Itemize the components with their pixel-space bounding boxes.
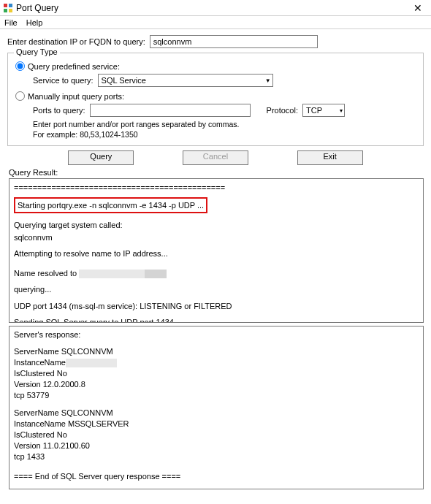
result-line: Querying target system called: — [14, 219, 419, 232]
service-select[interactable]: SQL Service ▼ — [98, 74, 273, 87]
radio-predefined[interactable] — [15, 61, 25, 71]
result-line: querying... — [14, 283, 419, 296]
svg-rect-0 — [4, 4, 7, 7]
svg-rect-3 — [9, 9, 12, 12]
protocol-select[interactable]: TCP ▾ — [302, 104, 345, 117]
service-value: SQL Service — [102, 76, 146, 85]
query-type-legend: Query Type — [14, 47, 60, 56]
window-title: Port Query — [16, 3, 58, 13]
radio-manual[interactable] — [15, 91, 25, 101]
response-line: InstanceName — [14, 357, 419, 368]
chevron-down-icon: ▼ — [262, 77, 271, 84]
service-label: Service to query: — [33, 76, 94, 85]
result-output[interactable]: ========================================… — [9, 178, 424, 323]
result-line: UDP port 1434 (ms-sql-m service): LISTEN… — [14, 300, 419, 313]
menu-help[interactable]: Help — [26, 18, 43, 27]
buttons-row: Query Cancel Exit — [44, 150, 387, 165]
response-line: InstanceName MSSQLSERVER — [14, 419, 419, 429]
redacted-instance — [66, 359, 117, 367]
result-line: Name resolved to — [14, 267, 419, 280]
ports-label: Ports to query: — [33, 106, 85, 115]
response-output[interactable]: Server's response: ServerName SQLCONNVM … — [9, 326, 424, 489]
ports-input[interactable] — [90, 104, 251, 117]
response-line: Version 11.0.2100.60 — [14, 440, 419, 451]
cancel-button: Cancel — [183, 150, 248, 165]
response-line: UDP port 1434 is LISTENING — [14, 489, 419, 489]
destination-row: Enter destination IP or FQDN to query: — [7, 35, 424, 48]
menu-file[interactable]: File — [4, 18, 18, 27]
title-bar: Port Query ✕ — [0, 0, 431, 16]
svg-rect-1 — [9, 4, 12, 7]
response-line: ServerName SQLCONNVM — [14, 346, 419, 357]
protocol-label: Protocol: — [267, 106, 298, 115]
response-line: Version 12.0.2000.8 — [14, 379, 419, 390]
query-button[interactable]: Query — [68, 150, 134, 165]
destination-input[interactable] — [150, 35, 318, 48]
query-type-group: Query Type Query predefined service: Ser… — [7, 53, 424, 146]
result-line: sqlconnvm — [14, 232, 419, 244]
response-end: ==== End of SQL Server query response ==… — [14, 471, 419, 482]
svg-rect-2 — [4, 9, 7, 12]
response-line: tcp 53779 — [14, 390, 419, 401]
response-line: IsClustered No — [14, 368, 419, 379]
protocol-value: TCP — [306, 106, 322, 115]
highlight-start-cmd: Starting portqry.exe -n sqlconnvm -e 143… — [14, 197, 207, 214]
response-header: Server's response: — [14, 329, 419, 340]
menu-bar: File Help — [0, 16, 431, 29]
close-button[interactable]: ✕ — [409, 2, 427, 14]
chevron-down-icon: ▾ — [337, 107, 343, 114]
highlight-listening: LISTENING — [77, 489, 127, 489]
exit-button[interactable]: Exit — [297, 150, 363, 165]
response-line: IsClustered No — [14, 429, 419, 440]
radio-predefined-label: Query predefined service: — [28, 62, 120, 71]
response-line: ServerName SQLCONNVM — [14, 408, 419, 419]
radio-manual-label: Manually input query ports: — [28, 92, 124, 101]
result-label: Query Result: — [9, 168, 424, 177]
result-line: Attempting to resolve name to IP address… — [14, 248, 419, 260]
response-line: tcp 1433 — [14, 451, 419, 462]
result-separator: ========================================… — [14, 182, 419, 194]
app-icon — [3, 3, 13, 13]
destination-label: Enter destination IP or FQDN to query: — [7, 37, 145, 46]
redacted-ip — [145, 270, 167, 278]
result-line: Sending SQL Server query to UDP port 143… — [14, 316, 419, 323]
redacted-ip — [79, 270, 145, 278]
ports-hint: Enter port number and/or port ranges sep… — [33, 120, 416, 140]
